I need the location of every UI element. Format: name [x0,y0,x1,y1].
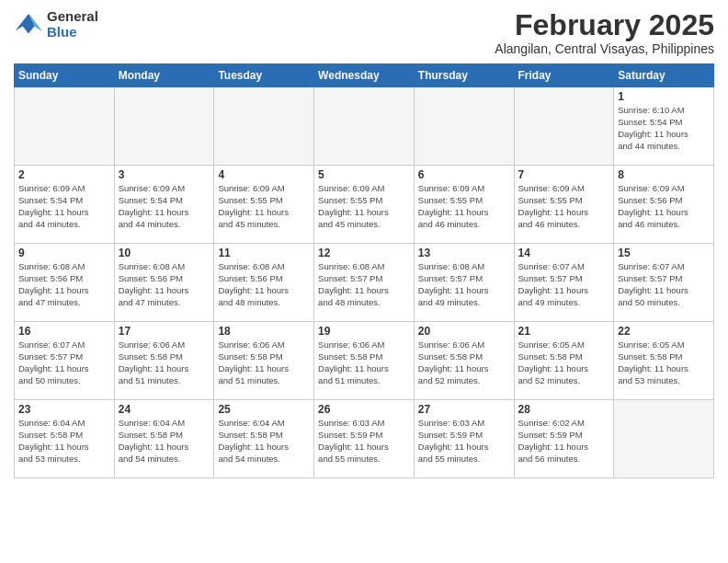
day-info: Sunrise: 6:08 AM Sunset: 5:56 PM Dayligh… [18,261,110,308]
day-cell: 22Sunrise: 6:05 AM Sunset: 5:58 PM Dayli… [614,322,714,400]
day-number: 9 [18,247,110,259]
day-cell: 25Sunrise: 6:04 AM Sunset: 5:58 PM Dayli… [214,400,314,478]
day-info: Sunrise: 6:09 AM Sunset: 5:55 PM Dayligh… [318,183,410,230]
calendar-header-saturday: Saturday [614,64,714,87]
logo: General Blue [14,9,98,40]
day-cell: 2Sunrise: 6:09 AM Sunset: 5:54 PM Daylig… [15,166,115,244]
day-cell: 5Sunrise: 6:09 AM Sunset: 5:55 PM Daylig… [314,166,415,244]
day-number: 15 [618,247,710,259]
calendar-header-monday: Monday [114,64,214,87]
day-number: 5 [318,168,410,181]
day-number: 28 [518,403,610,416]
day-number: 19 [318,325,410,338]
day-info: Sunrise: 6:09 AM Sunset: 5:55 PM Dayligh… [418,183,510,230]
week-row-4: 23Sunrise: 6:04 AM Sunset: 5:58 PM Dayli… [15,400,714,478]
header: General Blue February 2025 Alangilan, Ce… [14,9,714,56]
day-cell: 7Sunrise: 6:09 AM Sunset: 5:55 PM Daylig… [514,166,614,244]
page: General Blue February 2025 Alangilan, Ce… [0,0,728,563]
calendar-header-row: SundayMondayTuesdayWednesdayThursdayFrid… [15,64,714,87]
week-row-1: 2Sunrise: 6:09 AM Sunset: 5:54 PM Daylig… [15,166,714,244]
day-cell: 10Sunrise: 6:08 AM Sunset: 5:56 PM Dayli… [114,244,214,322]
day-cell [114,87,214,166]
day-info: Sunrise: 6:02 AM Sunset: 5:59 PM Dayligh… [518,418,610,465]
day-number: 7 [518,168,610,181]
day-number: 14 [518,247,610,259]
day-number: 8 [618,168,710,181]
day-info: Sunrise: 6:08 AM Sunset: 5:57 PM Dayligh… [318,261,410,308]
day-cell [614,400,714,478]
day-info: Sunrise: 6:05 AM Sunset: 5:58 PM Dayligh… [618,339,710,386]
day-info: Sunrise: 6:03 AM Sunset: 5:59 PM Dayligh… [318,418,410,465]
day-info: Sunrise: 6:05 AM Sunset: 5:58 PM Dayligh… [518,339,610,386]
day-cell: 1Sunrise: 6:10 AM Sunset: 5:54 PM Daylig… [614,87,714,166]
svg-marker-0 [16,14,42,34]
day-info: Sunrise: 6:04 AM Sunset: 5:58 PM Dayligh… [218,418,310,465]
location: Alangilan, Central Visayas, Philippines [495,41,714,56]
day-cell: 15Sunrise: 6:07 AM Sunset: 5:57 PM Dayli… [614,244,714,322]
day-cell: 9Sunrise: 6:08 AM Sunset: 5:56 PM Daylig… [15,244,115,322]
day-cell: 18Sunrise: 6:06 AM Sunset: 5:58 PM Dayli… [214,322,314,400]
month-title: February 2025 [495,9,714,41]
day-info: Sunrise: 6:09 AM Sunset: 5:56 PM Dayligh… [618,183,710,230]
day-cell: 16Sunrise: 6:07 AM Sunset: 5:57 PM Dayli… [15,322,115,400]
day-number: 6 [418,168,510,181]
day-number: 17 [119,325,210,338]
day-cell: 8Sunrise: 6:09 AM Sunset: 5:56 PM Daylig… [614,166,714,244]
day-cell: 3Sunrise: 6:09 AM Sunset: 5:54 PM Daylig… [114,166,214,244]
logo-icon [14,10,43,40]
day-cell: 11Sunrise: 6:08 AM Sunset: 5:56 PM Dayli… [214,244,314,322]
day-cell: 12Sunrise: 6:08 AM Sunset: 5:57 PM Dayli… [314,244,415,322]
day-info: Sunrise: 6:09 AM Sunset: 5:55 PM Dayligh… [218,183,310,230]
day-info: Sunrise: 6:06 AM Sunset: 5:58 PM Dayligh… [318,339,410,386]
day-cell [314,87,415,166]
day-number: 13 [418,247,510,259]
day-info: Sunrise: 6:10 AM Sunset: 5:54 PM Dayligh… [618,105,710,152]
week-row-0: 1Sunrise: 6:10 AM Sunset: 5:54 PM Daylig… [15,87,714,166]
week-row-2: 9Sunrise: 6:08 AM Sunset: 5:56 PM Daylig… [15,244,714,322]
day-cell [15,87,115,166]
day-cell: 4Sunrise: 6:09 AM Sunset: 5:55 PM Daylig… [214,166,314,244]
day-info: Sunrise: 6:04 AM Sunset: 5:58 PM Dayligh… [119,418,210,465]
day-info: Sunrise: 6:04 AM Sunset: 5:58 PM Dayligh… [18,418,110,465]
calendar-header-thursday: Thursday [414,64,514,87]
day-number: 25 [218,403,310,416]
day-number: 27 [418,403,510,416]
day-number: 1 [618,90,710,103]
day-info: Sunrise: 6:09 AM Sunset: 5:54 PM Dayligh… [18,183,110,230]
day-number: 3 [119,168,210,181]
day-info: Sunrise: 6:08 AM Sunset: 5:56 PM Dayligh… [218,261,310,308]
day-cell: 19Sunrise: 6:06 AM Sunset: 5:58 PM Dayli… [314,322,415,400]
week-row-3: 16Sunrise: 6:07 AM Sunset: 5:57 PM Dayli… [15,322,714,400]
calendar-header-sunday: Sunday [15,64,115,87]
day-number: 12 [318,247,410,259]
day-info: Sunrise: 6:06 AM Sunset: 5:58 PM Dayligh… [418,339,510,386]
day-number: 11 [218,247,310,259]
day-cell: 13Sunrise: 6:08 AM Sunset: 5:57 PM Dayli… [414,244,514,322]
day-cell: 24Sunrise: 6:04 AM Sunset: 5:58 PM Dayli… [114,400,214,478]
calendar-table: SundayMondayTuesdayWednesdayThursdayFrid… [14,63,714,478]
day-number: 22 [618,325,710,338]
day-info: Sunrise: 6:08 AM Sunset: 5:57 PM Dayligh… [418,261,510,308]
day-info: Sunrise: 6:03 AM Sunset: 5:59 PM Dayligh… [418,418,510,465]
day-cell: 6Sunrise: 6:09 AM Sunset: 5:55 PM Daylig… [414,166,514,244]
day-number: 23 [18,403,110,416]
calendar-header-tuesday: Tuesday [214,64,314,87]
day-cell: 21Sunrise: 6:05 AM Sunset: 5:58 PM Dayli… [514,322,614,400]
day-number: 18 [218,325,310,338]
day-cell: 20Sunrise: 6:06 AM Sunset: 5:58 PM Dayli… [414,322,514,400]
day-number: 2 [18,168,110,181]
day-number: 16 [18,325,110,338]
day-number: 21 [518,325,610,338]
day-cell [214,87,314,166]
calendar-header-wednesday: Wednesday [314,64,415,87]
day-info: Sunrise: 6:09 AM Sunset: 5:55 PM Dayligh… [518,183,610,230]
day-info: Sunrise: 6:09 AM Sunset: 5:54 PM Dayligh… [119,183,210,230]
day-cell: 27Sunrise: 6:03 AM Sunset: 5:59 PM Dayli… [414,400,514,478]
day-info: Sunrise: 6:07 AM Sunset: 5:57 PM Dayligh… [618,261,710,308]
day-cell: 17Sunrise: 6:06 AM Sunset: 5:58 PM Dayli… [114,322,214,400]
logo-general-text: General [47,9,98,25]
day-number: 10 [119,247,210,259]
day-info: Sunrise: 6:07 AM Sunset: 5:57 PM Dayligh… [18,339,110,386]
day-info: Sunrise: 6:08 AM Sunset: 5:56 PM Dayligh… [119,261,210,308]
day-info: Sunrise: 6:06 AM Sunset: 5:58 PM Dayligh… [119,339,210,386]
